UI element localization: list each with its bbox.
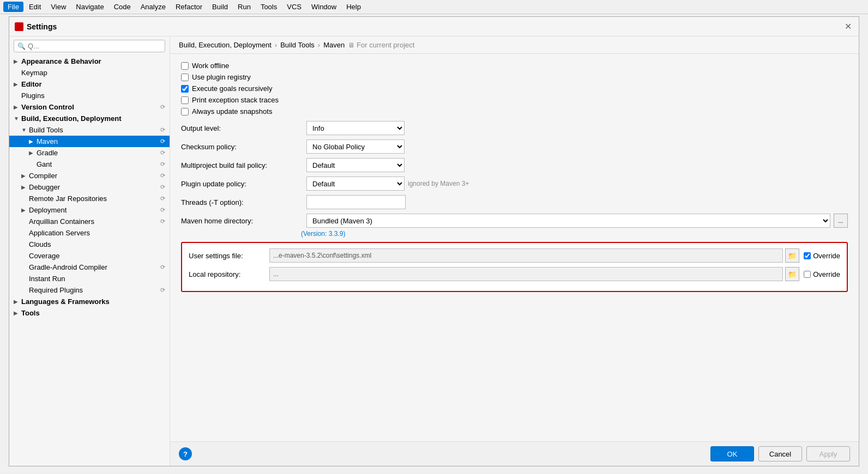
output-level-label: Output level: <box>181 124 301 132</box>
user-settings-input-wrap: 📁 <box>269 248 799 263</box>
sync-icon-debugger: ⟳ <box>160 184 165 191</box>
print-exceptions-label: Print exception stack traces <box>192 96 279 104</box>
sidebar-item-deployment[interactable]: ▶ Deployment ⟳ <box>9 204 170 216</box>
sidebar-item-remote-jar[interactable]: Remote Jar Repositories ⟳ <box>9 193 170 204</box>
sidebar-item-coverage[interactable]: Coverage <box>9 250 170 262</box>
maven-home-select[interactable]: Bundled (Maven 3) <box>306 214 830 228</box>
breadcrumb-part-2: Build Tools <box>280 41 315 49</box>
settings-icon <box>15 22 23 31</box>
menu-file[interactable]: File <box>3 2 23 12</box>
breadcrumb-part-1: Build, Execution, Deployment <box>179 41 272 49</box>
menu-code[interactable]: Code <box>110 2 135 12</box>
ok-button[interactable]: OK <box>710 446 754 461</box>
maven-form-grid: Output level: Info Debug Warn Error Chec… <box>181 121 848 228</box>
main-panel: Build, Execution, Deployment › Build Too… <box>170 37 859 466</box>
sidebar-item-keymap[interactable]: Keymap <box>9 67 170 78</box>
sidebar-item-version-control[interactable]: ▶ Version Control ⟳ <box>9 101 170 113</box>
window-title: Settings <box>15 22 57 31</box>
user-settings-override-wrap: Override <box>804 252 840 260</box>
user-settings-browse-button[interactable]: 📁 <box>785 248 799 263</box>
sidebar-item-compiler[interactable]: ▶ Compiler ⟳ <box>9 170 170 181</box>
sidebar-item-gant[interactable]: Gant ⟳ <box>9 159 170 170</box>
local-repo-browse-button[interactable]: 📁 <box>785 267 799 281</box>
sync-icon-build-tools: ⟳ <box>160 126 165 133</box>
local-repo-input[interactable] <box>269 267 783 281</box>
sidebar-item-editor[interactable]: ▶ Editor <box>9 78 170 90</box>
sync-icon-remote-jar: ⟳ <box>160 195 165 202</box>
plugin-update-select[interactable]: Default Force Update Suppress Update <box>306 177 405 191</box>
settings-content: Work offline Use plugin registry Execute… <box>170 54 859 441</box>
execute-goals-checkbox[interactable] <box>181 85 189 93</box>
apply-button[interactable]: Apply <box>806 446 850 461</box>
sidebar-item-gradle-android[interactable]: Gradle-Android Compiler ⟳ <box>9 262 170 273</box>
plugin-update-control: Default Force Update Suppress Update ign… <box>306 177 848 191</box>
threads-label: Threads (-T option): <box>181 198 301 206</box>
cancel-button[interactable]: Cancel <box>758 446 802 461</box>
menu-bar: File Edit View Navigate Code Analyze Ref… <box>0 0 868 14</box>
bottom-bar: ? OK Cancel Apply <box>170 441 859 466</box>
print-exceptions-checkbox[interactable] <box>181 96 189 104</box>
search-input[interactable] <box>28 42 161 50</box>
sidebar-item-languages[interactable]: ▶ Languages & Frameworks <box>9 296 170 307</box>
menu-tools[interactable]: Tools <box>256 2 281 12</box>
work-offline-checkbox[interactable] <box>181 62 189 70</box>
menu-analyze[interactable]: Analyze <box>136 2 170 12</box>
checkbox-always-update: Always update snapshots <box>181 107 848 116</box>
use-plugin-registry-label: Use plugin registry <box>192 73 251 81</box>
use-plugin-registry-checkbox[interactable] <box>181 74 189 81</box>
sidebar-item-plugins[interactable]: Plugins <box>9 90 170 101</box>
threads-control <box>306 195 848 209</box>
maven-home-browse-button[interactable]: ... <box>834 214 848 228</box>
menu-help[interactable]: Help <box>342 2 365 12</box>
close-button[interactable]: ✕ <box>842 21 853 32</box>
user-settings-input[interactable] <box>269 248 783 263</box>
sidebar: 🔍 ▶ Appearance & Behavior Keymap ▶ Edito… <box>9 37 170 466</box>
output-level-select[interactable]: Info Debug Warn Error <box>306 121 405 135</box>
plugin-update-label: Plugin update policy: <box>181 180 301 188</box>
menu-refactor[interactable]: Refactor <box>171 2 207 12</box>
sync-icon-gradle: ⟳ <box>160 149 165 156</box>
user-settings-label: User settings file: <box>189 252 265 260</box>
menu-edit[interactable]: Edit <box>25 2 45 12</box>
search-icon: 🔍 <box>17 42 26 50</box>
sidebar-item-tools[interactable]: ▶ Tools <box>9 307 170 319</box>
threads-input[interactable] <box>306 195 406 209</box>
search-box[interactable]: 🔍 <box>14 40 165 52</box>
local-repo-override-wrap: Override <box>804 270 840 278</box>
always-update-label: Always update snapshots <box>192 107 272 116</box>
sidebar-item-clouds[interactable]: Clouds <box>9 239 170 250</box>
sidebar-item-arquillian[interactable]: Arquillian Containers ⟳ <box>9 216 170 227</box>
for-project-label: For current project <box>357 41 414 49</box>
sidebar-item-instant-run[interactable]: Instant Run <box>9 273 170 284</box>
menu-view[interactable]: View <box>46 2 70 12</box>
sidebar-item-debugger[interactable]: ▶ Debugger ⟳ <box>9 181 170 193</box>
menu-window[interactable]: Window <box>307 2 341 12</box>
menu-run[interactable]: Run <box>233 2 255 12</box>
sidebar-item-gradle[interactable]: ▶ Gradle ⟳ <box>9 147 170 159</box>
settings-window: Settings ✕ 🔍 ▶ Appearance & Behavior Key… <box>9 16 859 466</box>
checkbox-print-exceptions: Print exception stack traces <box>181 96 848 104</box>
user-settings-override-checkbox[interactable] <box>804 252 811 259</box>
sidebar-item-required-plugins[interactable]: Required Plugins ⟳ <box>9 284 170 296</box>
local-repo-override-checkbox[interactable] <box>804 271 811 278</box>
user-settings-override-label: Override <box>813 252 840 260</box>
always-update-checkbox[interactable] <box>181 108 189 116</box>
sidebar-item-appearance[interactable]: ▶ Appearance & Behavior <box>9 56 170 67</box>
output-level-control: Info Debug Warn Error <box>306 121 848 135</box>
local-repo-label: Local repository: <box>189 270 265 278</box>
multiproject-select[interactable]: Default Fail at End Fail Never <box>306 158 405 172</box>
sidebar-item-build-tools[interactable]: ▼ Build Tools ⟳ <box>9 124 170 136</box>
menu-vcs[interactable]: VCS <box>282 2 306 12</box>
sidebar-item-app-servers[interactable]: Application Servers <box>9 227 170 239</box>
sidebar-item-maven[interactable]: ▶ Maven ⟳ <box>9 136 170 147</box>
maven-version-text: (Version: 3.3.9) <box>181 230 848 238</box>
sidebar-item-build-execution[interactable]: ▼ Build, Execution, Deployment <box>9 113 170 124</box>
help-button[interactable]: ? <box>179 447 192 460</box>
checksum-policy-select[interactable]: No Global Policy Strict Lax <box>306 139 405 154</box>
ignored-text: ignored by Maven 3+ <box>408 180 469 187</box>
checksum-policy-control: No Global Policy Strict Lax <box>306 139 848 154</box>
sync-icon: ⟳ <box>160 104 165 111</box>
menu-navigate[interactable]: Navigate <box>71 2 108 12</box>
sync-icon-required-plugins: ⟳ <box>160 287 165 294</box>
menu-build[interactable]: Build <box>208 2 232 12</box>
